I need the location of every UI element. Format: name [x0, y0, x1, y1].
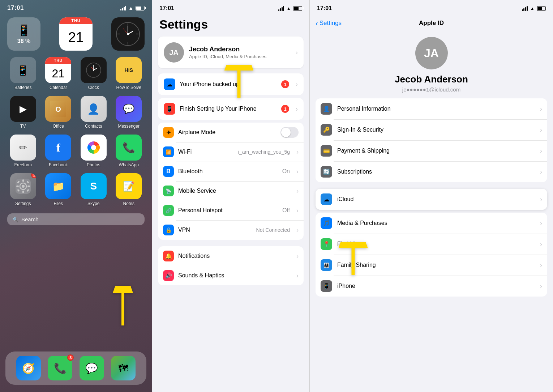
icloud-row-container: ☁ iCloud ›: [316, 189, 547, 210]
row-mobile[interactable]: 📡 Mobile Service ›: [158, 181, 304, 201]
purchases-label: Media & Purchases: [337, 220, 535, 226]
iphone-icon: 📱: [321, 280, 332, 292]
chevron-bluetooth: ›: [296, 168, 299, 175]
battery-settings: [293, 6, 302, 11]
notif-setup[interactable]: 📱 Finish Setting Up Your iPhone 1 ›: [158, 98, 304, 120]
row-wifi[interactable]: 📶 Wi-Fi i_am_waching_you_5g ›: [158, 142, 304, 162]
bluetooth-icon: B: [163, 166, 174, 177]
hotspot-icon: 🔗: [163, 205, 174, 216]
dock-messages[interactable]: 💬: [80, 356, 104, 380]
app-photos[interactable]: Photos: [78, 135, 110, 167]
row-notifications[interactable]: 🔔 Notifications ›: [158, 246, 304, 266]
profile-name: Jecob Anderson: [395, 74, 468, 85]
app-settings[interactable]: 2 Settings: [7, 173, 39, 206]
hotspot-label: Personal Hotspot: [178, 207, 278, 214]
icloud-icon: ☁: [321, 193, 332, 205]
row-vpn[interactable]: 🔒 VPN Not Connected ›: [158, 220, 304, 240]
app-freeform[interactable]: ✏ Freeform: [7, 135, 39, 167]
dock-phone[interactable]: 📞 3: [48, 356, 72, 380]
row-airplane[interactable]: ✈ Airplane Mode: [158, 123, 304, 142]
row-signin-security[interactable]: 🔑 Sign-In & Security ›: [316, 119, 547, 140]
row-sounds[interactable]: 🔊 Sounds & Haptics ›: [158, 266, 304, 285]
time-home: 17:01: [7, 4, 24, 12]
mobile-label: Mobile Service: [178, 188, 292, 194]
notif-backup-text: Your iPhone backed up: [180, 81, 277, 88]
purchases-icon: 🎵: [321, 217, 332, 229]
svg-text:O: O: [55, 105, 61, 113]
svg-rect-21: [22, 191, 24, 193]
notifications-label: Notifications: [178, 253, 292, 259]
signal-settings: [278, 6, 284, 11]
appleid-bottom-section: 🎵 Media & Purchases › 📍 Find My › 👨‍👩‍👧 …: [316, 213, 547, 297]
family-icon: 👨‍👩‍👧: [321, 259, 332, 271]
app-grid: 📱 Batteries THU 21 Calendar Clock: [0, 54, 152, 209]
app-messenger[interactable]: 💬 Messenger: [113, 96, 145, 129]
app-calendar[interactable]: THU 21 Calendar: [43, 57, 74, 90]
svg-rect-20: [22, 179, 24, 182]
back-button[interactable]: ‹ Settings: [316, 19, 342, 27]
back-chevron-icon: ‹: [316, 19, 318, 27]
status-icons-settings: ▲: [278, 6, 302, 11]
app-batteries[interactable]: 📱 Batteries: [7, 57, 39, 90]
clock-face-svg: [115, 21, 141, 47]
app-facebook[interactable]: f Facebook: [43, 135, 74, 167]
back-label: Settings: [320, 20, 342, 27]
office-icon-svg: O: [50, 101, 66, 117]
apple-id-card[interactable]: JA Jecob Anderson Apple ID, iCloud, Medi…: [158, 37, 304, 68]
app-files[interactable]: 📁 Files: [43, 173, 74, 206]
search-bar[interactable]: 🔍 Search: [7, 213, 145, 225]
app-office[interactable]: O Office: [43, 96, 74, 129]
bluetooth-value: On: [282, 168, 290, 175]
widget-row: 📱 38 % THU 21: [0, 14, 152, 54]
chevron-iphone: ›: [540, 282, 542, 290]
row-family[interactable]: 👨‍👩‍👧 Family Sharing ›: [316, 255, 547, 276]
profile-section: JA Jecob Anderson je●●●●●●1@icloud.com: [310, 30, 553, 98]
calendar-widget[interactable]: THU 21: [59, 17, 93, 51]
mobile-icon: 📡: [163, 186, 174, 196]
row-iphone[interactable]: 📱 iPhone ›: [316, 276, 547, 297]
notif-backup-badge: 1: [281, 80, 289, 88]
notif-setup-badge: 1: [281, 105, 289, 113]
personal-icon: 👤: [321, 103, 332, 115]
row-media-purchases[interactable]: 🎵 Media & Purchases ›: [316, 213, 547, 234]
notifications-section: 🔔 Notifications › 🔊 Sounds & Haptics ›: [158, 246, 304, 285]
chevron-notif1: ›: [296, 81, 298, 88]
app-howtosolve[interactable]: HiS HowToiSolve: [113, 57, 145, 90]
app-tv[interactable]: ▶ TV: [7, 96, 39, 129]
row-personal-info[interactable]: 👤 Personal Information ›: [316, 98, 547, 119]
row-subscriptions[interactable]: 🔄 Subscriptions ›: [316, 161, 547, 182]
search-icon: 🔍: [12, 217, 18, 222]
settings-badge: 2: [31, 173, 36, 178]
vpn-label: VPN: [178, 227, 252, 233]
row-icloud[interactable]: ☁ iCloud ›: [316, 189, 547, 210]
airplane-toggle[interactable]: [280, 127, 299, 138]
chevron-security: ›: [540, 126, 542, 134]
dock-safari[interactable]: 🧭: [16, 356, 41, 380]
wifi-icon: 📶: [163, 146, 174, 157]
row-findmy[interactable]: 📍 Find My ›: [316, 234, 547, 255]
calendar-header: THU: [59, 17, 93, 24]
app-skype[interactable]: S Skype: [78, 173, 110, 206]
row-payment[interactable]: 💳 Payment & Shipping ›: [316, 140, 547, 161]
clock-widget[interactable]: [111, 17, 145, 51]
notif-backup[interactable]: ☁ Your iPhone backed up 1 ›: [158, 73, 304, 95]
battery-widget[interactable]: 📱 38 %: [7, 17, 40, 51]
row-bluetooth[interactable]: B Bluetooth On ›: [158, 162, 304, 181]
wifi-icon-home: ▲: [128, 5, 133, 11]
svg-rect-23: [27, 186, 30, 187]
chevron-purchases: ›: [540, 220, 542, 227]
app-notes[interactable]: 📝 Notes: [113, 173, 145, 206]
subscriptions-label: Subscriptions: [337, 169, 535, 175]
row-hotspot[interactable]: 🔗 Personal Hotspot Off ›: [158, 201, 304, 220]
dock-maps[interactable]: 🗺: [111, 356, 136, 380]
wifi-label: Wi-Fi: [178, 149, 234, 155]
svg-point-8: [127, 33, 129, 35]
app-contacts[interactable]: 👤 Contacts: [78, 96, 110, 129]
chevron-payment: ›: [540, 147, 542, 155]
chevron-personal: ›: [540, 105, 542, 113]
sounds-icon: 🔊: [163, 270, 174, 281]
payment-icon: 💳: [321, 145, 332, 157]
app-clock[interactable]: Clock: [78, 57, 110, 90]
app-whatsapp[interactable]: 📞 WhatsApp: [113, 135, 145, 167]
svg-rect-22: [16, 186, 19, 187]
